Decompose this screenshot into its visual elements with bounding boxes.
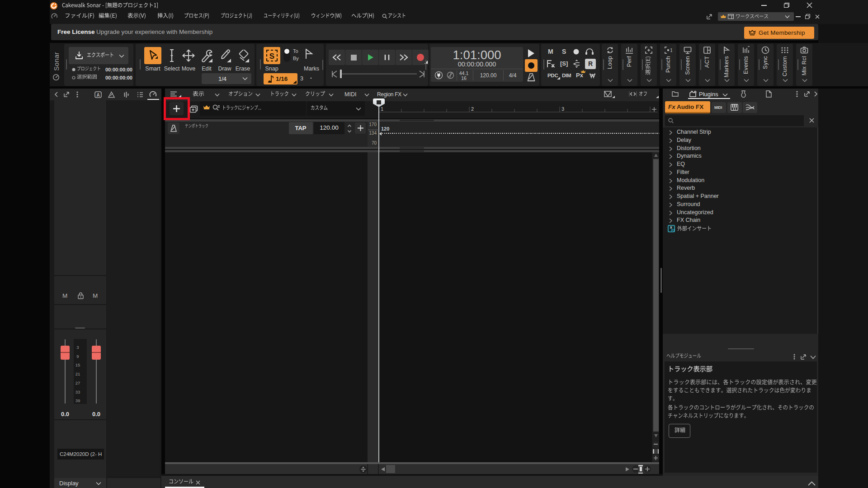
svg-text:3: 3 bbox=[561, 106, 564, 112]
svg-text:1: 1 bbox=[670, 47, 672, 53]
svg-text:2: 2 bbox=[471, 106, 474, 112]
svg-text:1: 1 bbox=[381, 106, 383, 112]
svg-text:FX: FX bbox=[671, 229, 675, 232]
svg-text:A: A bbox=[96, 93, 99, 98]
svg-text:S: S bbox=[269, 52, 274, 61]
